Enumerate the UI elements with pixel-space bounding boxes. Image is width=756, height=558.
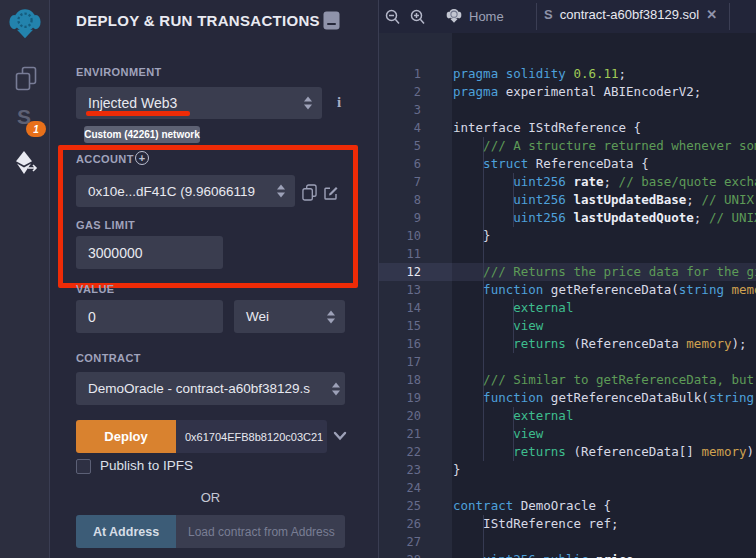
- pencil-square-glyph: [323, 185, 339, 201]
- publish-ipfs-label: Publish to IPFS: [100, 458, 193, 473]
- code-line: uint256 lastUpdatedBase; // UNIX epoch o…: [452, 191, 756, 209]
- code-line: interface IStdReference {: [452, 119, 641, 137]
- file-explorer-icon[interactable]: [14, 65, 37, 92]
- code-editor: Home S contract-a60bf38129.sol ✕ 1234567…: [378, 0, 756, 558]
- code-line: returns (ReferenceData memory);: [452, 335, 747, 353]
- deploy-button-label: Deploy: [104, 429, 147, 444]
- annotation-underline: [86, 111, 190, 116]
- account-value: 0x10e...dF41C (9.96066119: [88, 184, 255, 199]
- environment-value: Injected Web3: [88, 95, 177, 111]
- documentation-icon[interactable]: [323, 11, 340, 34]
- code-line: }: [452, 461, 461, 479]
- network-badge: Custom (42261) network: [84, 126, 200, 143]
- environment-info-icon[interactable]: i: [337, 94, 341, 111]
- code-line: uint256 rate; // base/quote exchange rat…: [452, 173, 756, 191]
- edit-account-icon[interactable]: [323, 185, 339, 205]
- select-stepper-icon: [332, 382, 341, 395]
- add-account-icon[interactable]: +: [135, 151, 149, 165]
- icon-rail: S 1: [0, 0, 50, 558]
- code-line: function getReferenceData(string memory …: [452, 281, 756, 299]
- value-amount: 0: [88, 309, 96, 325]
- code-line: pragma solidity 0.6.11;: [452, 65, 626, 83]
- contract-label: CONTRACT: [76, 352, 141, 364]
- code-line: uint256 lastUpdatedQuote; // UNIX epoch …: [452, 209, 756, 227]
- book-glyph: [323, 11, 340, 30]
- code-line: IStdReference ref;: [452, 515, 619, 533]
- code-line: view: [452, 425, 543, 443]
- environment-label: ENVIRONMENT: [76, 66, 162, 78]
- gas-limit-value: 3000000: [88, 245, 143, 261]
- code-line: struct ReferenceData {: [452, 155, 649, 173]
- account-select[interactable]: 0x10e...dF41C (9.96066119: [76, 175, 295, 207]
- code-line: pragma experimental ABIEncoderV2;: [452, 83, 701, 101]
- copy-address-icon[interactable]: [302, 184, 317, 205]
- publish-ipfs-checkbox[interactable]: [76, 459, 91, 474]
- deploy-run-panel: DEPLOY & RUN TRANSACTIONS ENVIRONMENT In…: [51, 0, 378, 558]
- remix-logo: [8, 7, 42, 41]
- remix-logo-icon[interactable]: [8, 7, 42, 41]
- code-line: /// Similar to getReferenceData, but wit…: [452, 371, 756, 389]
- compiler-badge: 1: [26, 121, 46, 137]
- copy-glyph: [302, 184, 317, 201]
- gas-limit-label: GAS LIMIT: [76, 219, 135, 231]
- value-unit-select[interactable]: Wei: [234, 300, 345, 333]
- select-stepper-icon: [277, 185, 286, 198]
- code-line: contract DemoOracle {: [452, 497, 611, 515]
- select-stepper-icon: [304, 97, 313, 110]
- environment-select[interactable]: Injected Web3: [76, 87, 322, 119]
- chevron-glyph: [333, 430, 347, 442]
- chevron-down-icon[interactable]: [333, 428, 347, 446]
- account-label: ACCOUNT: [76, 153, 134, 165]
- code-line: returns (ReferenceData[] memory);: [452, 443, 756, 461]
- at-address-input[interactable]: Load contract from Address: [176, 515, 345, 548]
- code-line: function getReferenceDataBulk(string[] m…: [452, 389, 756, 407]
- contract-value: DemoOracle - contract-a60bf38129.s: [88, 381, 310, 396]
- gas-limit-input[interactable]: 3000000: [76, 236, 223, 269]
- code-line: /// Returns the price data for the given…: [452, 263, 756, 281]
- code-line: }: [452, 227, 491, 245]
- files-glyph: [15, 66, 37, 92]
- deploy-address-value: 0x61704EFB8b8120c03C21: [185, 431, 323, 443]
- at-address-placeholder: Load contract from Address: [188, 525, 335, 539]
- value-label: VALUE: [76, 283, 114, 295]
- value-unit: Wei: [246, 309, 269, 324]
- select-stepper-icon: [327, 310, 336, 323]
- deploy-run-icon[interactable]: [11, 149, 38, 176]
- ethereum-arrow-glyph: [12, 150, 38, 176]
- contract-select[interactable]: DemoOracle - contract-a60bf38129.s: [76, 372, 345, 405]
- deploy-address-input[interactable]: 0x61704EFB8b8120c03C21: [176, 420, 327, 453]
- code-line: /// A structure returned whenever someon…: [452, 137, 756, 155]
- at-address-button[interactable]: At Address: [76, 515, 176, 548]
- code-line: external: [452, 407, 573, 425]
- at-address-button-label: At Address: [93, 525, 159, 539]
- panel-title: DEPLOY & RUN TRANSACTIONS: [76, 12, 320, 29]
- code-line: external: [452, 299, 573, 317]
- deploy-button[interactable]: Deploy: [76, 420, 176, 453]
- code-lines[interactable]: pragma solidity 0.6.11;pragma experiment…: [379, 0, 756, 558]
- remix-ide-window: S 1 DEPLOY & RUN TRANSACTIONS ENVIRONMEN…: [0, 0, 756, 558]
- or-divider-label: OR: [76, 490, 345, 505]
- value-input[interactable]: 0: [76, 300, 223, 333]
- code-line: view: [452, 317, 543, 335]
- code-line: uint256 public price;: [452, 551, 641, 558]
